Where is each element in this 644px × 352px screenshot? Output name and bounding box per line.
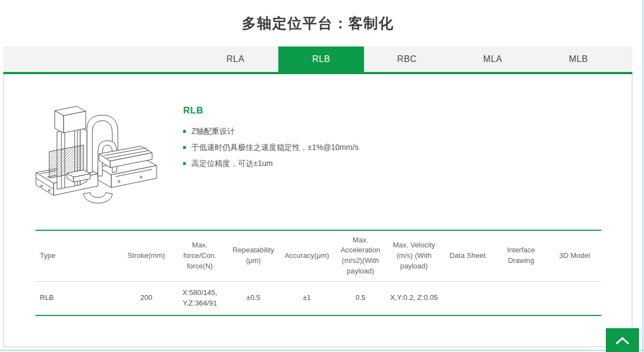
cell-3d-model[interactable] <box>548 281 601 315</box>
col-stroke: Stroke(mm) <box>120 230 173 281</box>
spec-header-row: Type Stroke(mm) Max. force/Con. force(N)… <box>35 230 601 281</box>
scroll-to-top-button[interactable] <box>606 328 639 352</box>
bottom-edge-line <box>0 350 644 351</box>
chevron-up-icon <box>615 336 630 345</box>
feature-text: 于低速时仍具极佳之速度稳定性，±1%@10mm/s <box>191 143 359 152</box>
page-title: 多轴定位平台：客制化 <box>242 14 394 33</box>
col-accuracy: Accuracy(μm) <box>280 230 334 281</box>
col-max-velocity: Max. Velocity (m/s) (With payload) <box>387 230 441 281</box>
product-tabs: RLA RLB RBC MLA MLB <box>3 46 632 74</box>
col-max-force: Max. force/Con. force(N) <box>173 230 227 281</box>
tab-mla[interactable]: MLA <box>450 46 536 72</box>
cell-type: RLB <box>35 281 120 315</box>
col-interface-drawing: Interface Drawing <box>494 230 548 281</box>
col-data-sheet: Data Sheet <box>441 230 495 281</box>
tab-rlb[interactable]: RLB <box>278 46 364 72</box>
cell-stroke: 200 <box>120 281 173 315</box>
product-heading: RLB <box>183 105 203 116</box>
feature-item: 于低速时仍具极佳之速度稳定性，±1%@10mm/s <box>183 143 359 152</box>
right-edge-line <box>642 0 643 352</box>
feature-text: Z轴配重设计 <box>191 127 235 136</box>
cell-max-velocity: X,Y:0.2, Z:0.05 <box>387 281 441 315</box>
tab-mlb[interactable]: MLB <box>536 46 621 72</box>
tab-panel-rlb: RLB Z轴配重设计 于低速时仍具极佳之速度稳定性，±1%@10mm/s 高定位… <box>3 74 632 347</box>
tab-rbc[interactable]: RBC <box>364 46 450 72</box>
cell-max-force: X:580/145, Y,Z:364/91 <box>173 281 227 315</box>
cell-interface-drawing[interactable] <box>494 281 548 315</box>
cell-data-sheet[interactable] <box>441 281 495 315</box>
feature-item: 高定位精度，可达±1um <box>183 159 359 168</box>
title-bar: 多轴定位平台：客制化 <box>3 0 632 46</box>
gantry-stage-drawing <box>33 101 159 209</box>
feature-list: Z轴配重设计 于低速时仍具极佳之速度稳定性，±1%@10mm/s 高定位精度，可… <box>183 127 359 175</box>
cell-max-acceleration: 0.5 <box>334 281 387 315</box>
spec-table: Type Stroke(mm) Max. force/Con. force(N)… <box>35 230 601 316</box>
table-row: RLB 200 X:580/145, Y,Z:364/91 ±0.5 ±1 0.… <box>35 281 601 315</box>
col-repeatability: Repeatability (μm) <box>227 230 281 281</box>
product-drawing <box>33 101 159 209</box>
col-type: Type <box>35 230 120 281</box>
page-container: 多轴定位平台：客制化 RLA RLB RBC MLA MLB <box>3 0 632 347</box>
feature-text: 高定位精度，可达±1um <box>191 159 273 168</box>
cell-repeatability: ±0.5 <box>227 281 281 315</box>
tab-rla[interactable]: RLA <box>193 46 278 72</box>
square-bullet-icon <box>183 146 186 149</box>
feature-item: Z轴配重设计 <box>183 127 359 136</box>
col-3d-model: 3D Model <box>548 230 601 281</box>
col-max-acceleration: Max. Acceleration (m/s2)(With payload) <box>334 230 387 281</box>
square-bullet-icon <box>183 162 186 165</box>
cell-accuracy: ±1 <box>280 281 334 315</box>
square-bullet-icon <box>183 130 186 133</box>
